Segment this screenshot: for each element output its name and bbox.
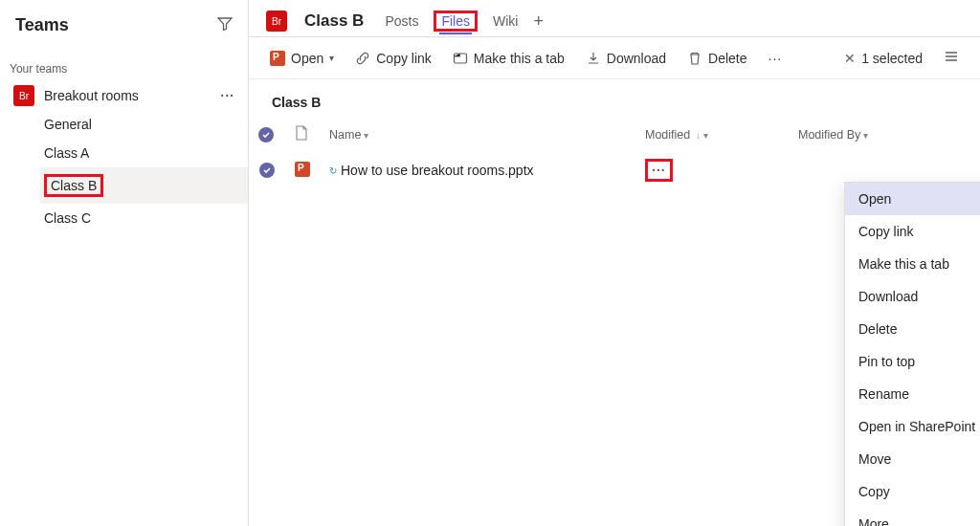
channel-avatar: Br [266,11,287,32]
delete-button[interactable]: Delete [687,51,746,66]
open-button[interactable]: Open ▾ [270,51,334,66]
channel-general[interactable]: General [40,110,248,139]
sidebar-title: Teams [15,15,69,35]
channel-class-a[interactable]: Class A [40,139,248,167]
ctx-copy-link[interactable]: Copy link [845,215,980,248]
sort-desc-icon: ↓ ▾ [693,130,708,141]
team-row[interactable]: Br Breakout rooms ··· [0,81,248,110]
annotation-highlight: Files [434,11,478,32]
powerpoint-icon [270,51,285,66]
make-tab-label: Make this a tab [474,51,565,66]
column-name[interactable]: Name▾ [320,118,635,151]
teams-sidebar: Teams Your teams Br Breakout rooms ··· G… [0,0,249,526]
column-select[interactable] [249,118,285,151]
team-more-button[interactable]: ··· [220,88,234,103]
main-pane: Br Class B Posts Files Wiki + Open ▾ Cop… [249,0,980,526]
download-icon [586,51,601,66]
ctx-open-sharepoint[interactable]: Open in SharePoint [845,410,980,443]
more-commands-button[interactable]: ··· [768,51,783,66]
sync-icon: ↻ [329,165,337,176]
delete-label: Delete [708,51,746,66]
tab-wiki[interactable]: Wiki [491,10,520,33]
channel-class-c[interactable]: Class C [40,204,248,232]
ctx-delete[interactable]: Delete [845,313,980,345]
select-all-checkbox[interactable] [258,127,274,142]
open-label: Open [291,51,323,66]
filter-icon[interactable] [217,16,233,34]
selection-label: 1 selected [861,51,923,66]
tab-posts[interactable]: Posts [383,10,420,33]
annotation-highlight: Class B [44,174,103,197]
column-modified-by[interactable]: Modified By▾ [789,118,980,151]
ctx-make-tab[interactable]: Make this a tab [845,248,980,280]
channel-title: Class B [304,11,364,31]
channel-list: General Class A Class B Class C [0,110,248,232]
breadcrumb[interactable]: Class B [249,79,980,118]
row-checkbox[interactable] [259,163,275,178]
add-tab-button[interactable]: + [533,11,544,32]
ctx-open[interactable]: Open › [845,183,980,215]
chevron-down-icon: ▾ [329,53,334,63]
tab-icon [453,51,468,66]
file-table: Name▾ Modified ↓ ▾ Modified By▾ ↻ How to… [249,118,980,189]
chevron-down-icon: ▾ [863,130,868,141]
channel-class-b[interactable]: Class B [40,167,248,204]
column-modified[interactable]: Modified ↓ ▾ [635,118,789,151]
powerpoint-icon [295,162,310,177]
file-name-cell[interactable]: ↻ How to use breakout rooms.pptx [329,163,626,178]
copylink-button[interactable]: Copy link [355,51,432,66]
download-label: Download [607,51,666,66]
selection-count[interactable]: ✕ 1 selected [844,51,923,66]
channel-header: Br Class B Posts Files Wiki + [249,0,980,37]
ctx-pin[interactable]: Pin to top [845,345,980,378]
tab-files[interactable]: Files [439,10,472,34]
copylink-label: Copy link [376,51,432,66]
view-options-icon[interactable] [944,49,959,67]
trash-icon [687,51,702,66]
ctx-rename[interactable]: Rename [845,378,980,410]
ctx-copy[interactable]: Copy [845,475,980,508]
ctx-more[interactable]: More › [845,508,980,526]
make-tab-button[interactable]: Make this a tab [453,51,565,66]
row-more-button[interactable]: ··· [645,159,673,182]
context-menu: Open › Copy link Make this a tab Downloa… [844,182,980,526]
sidebar-section-label: Your teams [0,45,248,81]
download-button[interactable]: Download [586,51,666,66]
column-type-icon [285,118,320,151]
team-avatar: Br [13,85,34,106]
team-name: Breakout rooms [44,88,220,103]
clear-selection-icon[interactable]: ✕ [844,51,856,66]
files-command-bar: Open ▾ Copy link Make this a tab Downloa… [249,37,980,79]
link-icon [355,51,370,66]
chevron-down-icon: ▾ [364,130,368,141]
ctx-move[interactable]: Move [845,443,980,475]
ctx-download[interactable]: Download [845,280,980,313]
file-name: How to use breakout rooms.pptx [341,163,534,178]
